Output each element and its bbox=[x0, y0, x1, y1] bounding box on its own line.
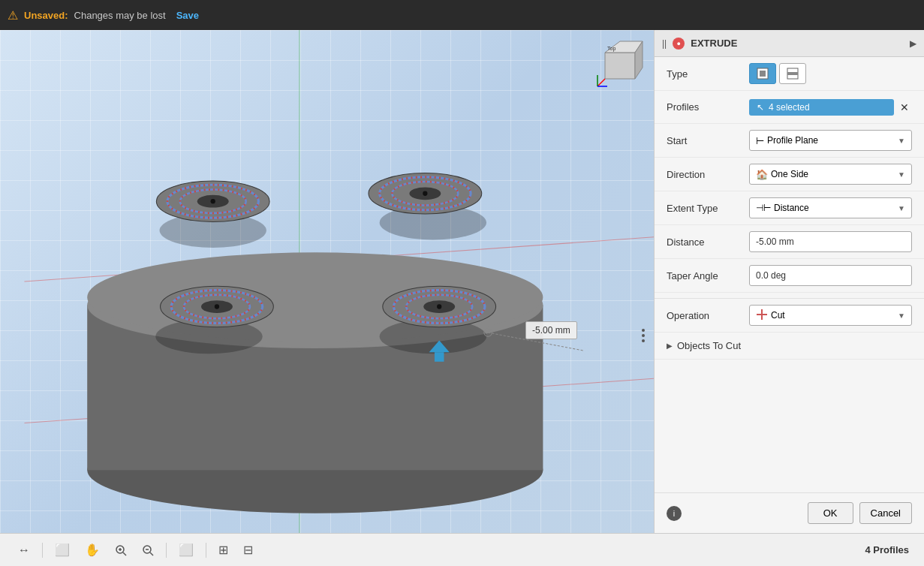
svg-point-24 bbox=[423, 191, 427, 196]
svg-line-46 bbox=[597, 79, 605, 86]
extent-value: Distance bbox=[774, 203, 809, 213]
direction-row: Direction 🏠 One Side ▼ bbox=[655, 158, 924, 191]
operation-dropdown[interactable]: Cut ▼ bbox=[749, 305, 912, 326]
context-menu-dots[interactable] bbox=[642, 329, 645, 342]
svg-marker-43 bbox=[605, 53, 635, 79]
svg-point-31 bbox=[215, 304, 219, 309]
nav-cube[interactable]: Top bbox=[594, 38, 646, 90]
select-icon[interactable]: ⬜ bbox=[52, 540, 73, 560]
profiles-label: Profiles bbox=[667, 101, 749, 113]
distance-row: Distance bbox=[655, 225, 924, 259]
svg-rect-53 bbox=[787, 72, 798, 75]
operation-label: Operation bbox=[667, 310, 749, 321]
objects-to-cut-label: Objects To Cut bbox=[677, 340, 741, 351]
dimension-label: -5.00 mm bbox=[525, 321, 577, 339]
taper-angle-label: Taper Angle bbox=[667, 270, 749, 281]
start-dropdown-arrow: ▼ bbox=[898, 137, 905, 145]
extent-type-label: Extent Type bbox=[667, 203, 749, 214]
toolbar-sep-3 bbox=[206, 543, 206, 558]
svg-rect-51 bbox=[760, 71, 766, 77]
zoom-icon[interactable] bbox=[112, 541, 130, 559]
svg-point-38 bbox=[437, 304, 441, 309]
operation-dropdown-arrow: ▼ bbox=[898, 312, 905, 320]
3d-scene bbox=[0, 30, 654, 533]
display-icon[interactable]: ⊟ bbox=[240, 540, 256, 560]
start-value: Profile Plane bbox=[767, 135, 818, 146]
start-label: Start bbox=[667, 135, 749, 146]
type-button-thin[interactable] bbox=[779, 63, 806, 84]
panel-title: EXTRUDE bbox=[691, 38, 904, 49]
distance-input[interactable] bbox=[749, 231, 912, 252]
unsaved-label: Unsaved: bbox=[24, 10, 68, 21]
svg-line-57 bbox=[123, 552, 126, 555]
profiles-clear-button[interactable]: ✕ bbox=[897, 101, 912, 113]
start-row: Start ⊢ Profile Plane ▼ bbox=[655, 124, 924, 158]
info-icon: i bbox=[667, 506, 682, 521]
start-control: ⊢ Profile Plane ▼ bbox=[749, 130, 912, 151]
cancel-button[interactable]: Cancel bbox=[859, 502, 912, 524]
view-mode-icon[interactable]: ⬜ bbox=[176, 540, 197, 560]
direction-icon: 🏠 bbox=[756, 169, 768, 180]
profiles-control: ↖ 4 selected ✕ bbox=[749, 99, 912, 116]
spacer-row bbox=[655, 293, 924, 299]
panel-header: || ● EXTRUDE ▶ bbox=[655, 30, 924, 57]
ok-button[interactable]: OK bbox=[808, 502, 853, 524]
operation-control: Cut ▼ bbox=[749, 305, 912, 326]
objects-to-cut-section[interactable]: ▶ Objects To Cut bbox=[655, 333, 924, 360]
svg-point-17 bbox=[211, 199, 215, 203]
grid-icon[interactable]: ⊞ bbox=[215, 540, 231, 560]
start-dropdown[interactable]: ⊢ Profile Plane ▼ bbox=[749, 130, 912, 151]
profiles-selected-text: 4 selected bbox=[769, 102, 810, 113]
operation-row: Operation Cut ▼ bbox=[655, 299, 924, 333]
panel-footer: i OK Cancel bbox=[655, 492, 924, 533]
extent-type-control: ⊣⊢ Distance ▼ bbox=[749, 197, 912, 218]
type-button-solid[interactable] bbox=[749, 63, 776, 84]
changes-text: Changes may be lost bbox=[74, 10, 166, 21]
zoom-fit-icon[interactable] bbox=[139, 541, 157, 559]
main-area: -5.00 mm Top || ● bbox=[0, 30, 924, 533]
type-row: Type bbox=[655, 57, 924, 91]
operation-icon bbox=[756, 309, 768, 323]
profiles-row: Profiles ↖ 4 selected ✕ bbox=[655, 91, 924, 124]
extrude-icon: ● bbox=[673, 38, 685, 50]
direction-control: 🏠 One Side ▼ bbox=[749, 164, 912, 185]
svg-rect-55 bbox=[761, 309, 763, 320]
toolbar-sep-2 bbox=[166, 543, 167, 558]
taper-angle-control bbox=[749, 265, 912, 286]
direction-label: Direction bbox=[667, 169, 749, 180]
type-control bbox=[749, 63, 912, 84]
extent-dropdown-arrow: ▼ bbox=[898, 204, 905, 212]
direction-dropdown-arrow: ▼ bbox=[898, 170, 905, 179]
move-icon[interactable]: ↔ bbox=[15, 540, 33, 560]
profiles-count: 4 Profiles bbox=[865, 544, 909, 555]
direction-value: One Side bbox=[771, 169, 808, 179]
svg-text:Top: Top bbox=[607, 46, 615, 52]
type-label: Type bbox=[667, 68, 749, 80]
extent-type-row: Extent Type ⊣⊢ Distance ▼ bbox=[655, 191, 924, 225]
form-area: Type Profiles ↖ 4 selected bbox=[655, 57, 924, 492]
viewport[interactable]: -5.00 mm Top bbox=[0, 30, 654, 533]
start-icon: ⊢ bbox=[756, 135, 764, 146]
section-arrow-icon: ▶ bbox=[667, 342, 673, 350]
profiles-button[interactable]: ↖ 4 selected bbox=[749, 99, 894, 116]
panel-collapse-button[interactable]: || bbox=[662, 38, 667, 49]
taper-angle-input[interactable] bbox=[749, 265, 912, 286]
distance-label: Distance bbox=[667, 236, 749, 248]
direction-dropdown[interactable]: 🏠 One Side ▼ bbox=[749, 164, 912, 185]
right-panel: || ● EXTRUDE ▶ Type Profiles bbox=[654, 30, 924, 533]
distance-control bbox=[749, 231, 912, 252]
save-button[interactable]: Save bbox=[172, 8, 203, 23]
warning-icon: ⚠ bbox=[8, 8, 18, 23]
toolbar-sep-1 bbox=[42, 543, 43, 558]
cursor-icon: ↖ bbox=[757, 102, 764, 113]
operation-value: Cut bbox=[771, 310, 785, 321]
taper-angle-row: Taper Angle bbox=[655, 259, 924, 293]
panel-expand-button[interactable]: ▶ bbox=[910, 38, 916, 49]
top-bar: ⚠ Unsaved: Changes may be lost Save bbox=[0, 0, 924, 30]
extent-type-dropdown[interactable]: ⊣⊢ Distance ▼ bbox=[749, 197, 912, 218]
pan-icon[interactable]: ✋ bbox=[82, 540, 103, 560]
svg-rect-40 bbox=[435, 352, 444, 362]
extent-icon: ⊣⊢ bbox=[756, 203, 771, 213]
bottom-toolbar: ↔ ⬜ ✋ ⬜ ⊞ ⊟ 4 Profiles bbox=[0, 533, 924, 566]
svg-line-61 bbox=[150, 552, 153, 555]
